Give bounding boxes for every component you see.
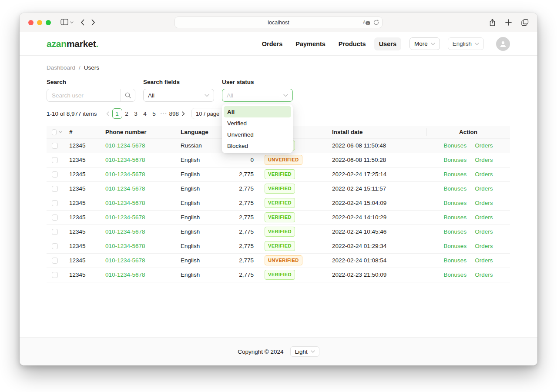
row-checkbox[interactable]: [52, 186, 58, 192]
row-checkbox[interactable]: [52, 200, 58, 206]
orders-link[interactable]: Orders: [475, 171, 493, 178]
phone-number-link[interactable]: 010-1234-5678: [105, 200, 145, 206]
tab-overview-button[interactable]: [521, 19, 529, 26]
phone-number-link[interactable]: 010-1234-5678: [105, 271, 145, 278]
nav-item-products[interactable]: Products: [339, 40, 366, 47]
zoom-window-button[interactable]: [46, 20, 51, 25]
dropdown-option-unverified[interactable]: Unverified: [224, 129, 291, 140]
bonuses-link[interactable]: Bonuses: [444, 271, 467, 278]
window-controls: [28, 20, 51, 25]
phone-number-link[interactable]: 010-1234-5678: [105, 142, 145, 149]
translate-button[interactable]: A a: [363, 20, 370, 25]
bonuses-link[interactable]: Bonuses: [444, 171, 467, 178]
row-checkbox[interactable]: [52, 157, 58, 163]
row-checkbox[interactable]: [52, 214, 58, 221]
cell-language: English: [177, 239, 226, 253]
search-fields-select[interactable]: All: [143, 89, 214, 102]
app-logo[interactable]: azanmarket.: [47, 39, 98, 49]
table-row: 12345 010-1234-5678 English 2,775 VERIFI…: [47, 224, 510, 239]
nav-item-payments[interactable]: Payments: [295, 40, 325, 47]
bonuses-link[interactable]: Bonuses: [444, 243, 467, 249]
orders-link[interactable]: Orders: [475, 214, 493, 221]
sidebar-toggle-button[interactable]: [60, 19, 74, 27]
pagination-prev-button[interactable]: [103, 108, 112, 119]
breadcrumb-dashboard[interactable]: Dashboard: [47, 64, 75, 71]
svg-text:A: A: [363, 20, 366, 25]
dropdown-option-verified[interactable]: Verified: [224, 117, 291, 129]
dropdown-option-blocked[interactable]: Blocked: [224, 140, 291, 151]
bonuses-link[interactable]: Bonuses: [444, 228, 467, 235]
table-row: 12345 010-1234-5678 English 2,775 VERIFI…: [47, 268, 510, 282]
search-box: [47, 89, 135, 102]
row-checkbox[interactable]: [52, 272, 58, 278]
orders-link[interactable]: Orders: [475, 271, 493, 278]
reload-button[interactable]: [373, 20, 379, 25]
tabs-icon: [521, 19, 529, 26]
phone-number-link[interactable]: 010-1234-5678: [105, 185, 145, 192]
language-select[interactable]: English: [448, 37, 484, 50]
orders-link[interactable]: Orders: [475, 228, 493, 235]
phone-number-link[interactable]: 010-1234-5678: [105, 157, 145, 163]
chevron-down-icon: [431, 43, 435, 45]
orders-link[interactable]: Orders: [475, 243, 493, 249]
phone-number-link[interactable]: 010-1234-5678: [105, 171, 145, 178]
row-checkbox[interactable]: [52, 171, 58, 178]
close-window-button[interactable]: [28, 20, 34, 25]
logo-part-2: market: [67, 39, 96, 49]
more-menu-button[interactable]: More: [409, 37, 440, 50]
cell-balance: 2,775: [226, 239, 257, 253]
nav-item-orders[interactable]: Orders: [262, 40, 283, 47]
row-checkbox[interactable]: [52, 143, 58, 149]
reload-icon: [373, 20, 379, 25]
minimize-window-button[interactable]: [37, 20, 42, 25]
new-tab-button[interactable]: [505, 19, 512, 26]
phone-number-link[interactable]: 010-1234-5678: [105, 243, 145, 249]
search-button[interactable]: [120, 89, 135, 101]
user-status-select[interactable]: All: [222, 89, 293, 102]
phone-number-link[interactable]: 010-1234-5678: [105, 257, 145, 264]
cell-language: English: [177, 210, 226, 224]
column-divider: [426, 128, 427, 136]
bonuses-link[interactable]: Bonuses: [444, 214, 467, 221]
cell-balance: 2,775: [226, 196, 257, 210]
chevron-down-icon: [205, 94, 209, 97]
orders-link[interactable]: Orders: [475, 200, 493, 206]
pagination-page-4[interactable]: 4: [141, 108, 150, 119]
column-header-action: Action: [426, 126, 510, 138]
row-checkbox[interactable]: [52, 243, 58, 249]
pagination-page-3[interactable]: 3: [131, 108, 141, 119]
pagination-page-2[interactable]: 2: [122, 108, 131, 119]
bonuses-link[interactable]: Bonuses: [444, 257, 467, 264]
bonuses-link[interactable]: Bonuses: [444, 185, 467, 192]
chevron-down-icon[interactable]: [59, 131, 62, 133]
orders-link[interactable]: Orders: [475, 142, 493, 149]
pagination-page-last[interactable]: 898: [169, 108, 179, 119]
dropdown-option-all[interactable]: All: [224, 106, 291, 117]
forward-button[interactable]: [91, 19, 95, 26]
orders-link[interactable]: Orders: [475, 185, 493, 192]
pagination-next-button[interactable]: [179, 108, 188, 119]
phone-number-link[interactable]: 010-1234-5678: [105, 214, 145, 221]
cell-install-date: 2022-02-24 10:45:46: [329, 224, 426, 239]
pagination-page-5[interactable]: 5: [150, 108, 159, 119]
pagination-ellipsis[interactable]: •••: [159, 111, 169, 116]
row-checkbox[interactable]: [52, 258, 58, 264]
table-row: 12345 010-1234-5678 English 2,775 UNVERI…: [47, 253, 510, 268]
cell-user-id: 12345: [66, 181, 102, 196]
nav-item-users[interactable]: Users: [374, 37, 401, 50]
search-input[interactable]: [47, 92, 120, 99]
bonuses-link[interactable]: Bonuses: [444, 142, 467, 149]
theme-select[interactable]: Light: [290, 346, 319, 357]
select-all-checkbox[interactable]: [52, 129, 57, 135]
bonuses-link[interactable]: Bonuses: [444, 157, 467, 163]
orders-link[interactable]: Orders: [475, 157, 493, 163]
row-checkbox[interactable]: [52, 229, 58, 235]
user-avatar[interactable]: [496, 37, 510, 51]
back-button[interactable]: [81, 19, 84, 26]
bonuses-link[interactable]: Bonuses: [444, 200, 467, 206]
pagination-page-1[interactable]: 1: [112, 108, 122, 119]
share-button[interactable]: [489, 19, 496, 27]
orders-link[interactable]: Orders: [475, 257, 493, 264]
phone-number-link[interactable]: 010-1234-5678: [105, 228, 145, 235]
address-bar[interactable]: localhost A a: [174, 17, 383, 28]
